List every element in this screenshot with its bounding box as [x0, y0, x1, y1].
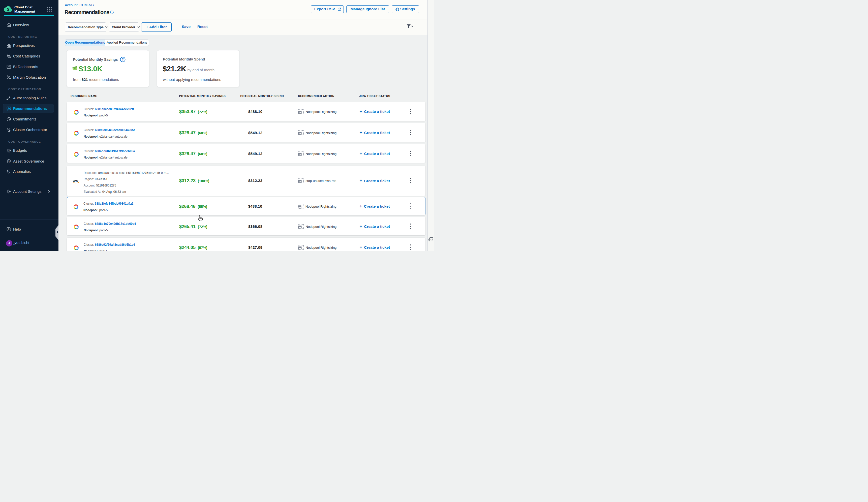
svg-text:$: $ — [8, 160, 9, 162]
svg-text:$: $ — [8, 149, 10, 152]
svg-text:?: ? — [122, 58, 124, 61]
svg-text:!: ! — [9, 170, 9, 172]
svg-text:$: $ — [7, 7, 9, 12]
svg-text:?: ? — [8, 228, 9, 230]
